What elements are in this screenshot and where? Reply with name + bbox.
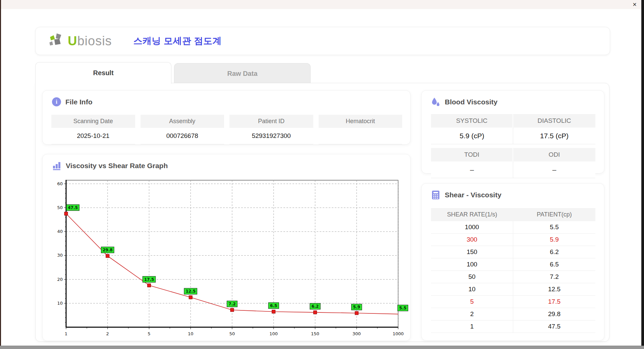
bar-chart-icon — [52, 161, 61, 170]
tab-result[interactable]: Result — [35, 62, 171, 84]
sv-patient-cell: 29.8 — [513, 308, 595, 320]
svg-text:17.5: 17.5 — [144, 277, 154, 282]
file-field-value: 000726678 — [141, 128, 224, 144]
sv-header-cell: PATIENT(cp) — [513, 208, 595, 221]
svg-text:29.8: 29.8 — [103, 248, 113, 252]
sv-patient-cell: 7.2 — [513, 271, 595, 283]
file-field-label: Scanning Date — [51, 115, 135, 128]
file-field-label: Patient ID — [229, 115, 313, 128]
graph-header: Viscosity vs Shear Rate Graph — [52, 161, 410, 170]
logo-text: Ubiosis — [68, 34, 112, 48]
svg-text:150: 150 — [311, 331, 319, 336]
svg-text:7.2: 7.2 — [228, 302, 235, 306]
info-icon: i — [52, 97, 61, 106]
file-info-fields: Scanning Date2025-10-21Assembly000726678… — [51, 115, 402, 144]
header-card: Ubiosis 스캐닝 모세관 점도계 — [35, 27, 610, 55]
svg-text:2: 2 — [106, 331, 109, 336]
svg-text:1000: 1000 — [392, 331, 404, 336]
water-drops-icon — [431, 97, 440, 107]
sv-rate-cell: 10 — [431, 283, 513, 296]
bv-header-row: SYSTOLICDIASTOLIC — [431, 114, 595, 128]
svg-text:5: 5 — [148, 331, 150, 336]
svg-text:40: 40 — [57, 229, 63, 234]
logo-leaf-icon — [48, 32, 66, 50]
svg-text:50: 50 — [57, 205, 63, 210]
file-field-value — [319, 128, 402, 144]
bv-header-cell: SYSTOLIC — [431, 114, 513, 128]
svg-text:6.2: 6.2 — [312, 304, 319, 309]
svg-text:47.5: 47.5 — [68, 205, 78, 210]
sv-header-row: SHEAR RATE(1/s)PATIENT(cp) — [431, 208, 595, 221]
bv-value-row: 5.9 (cP)17.5 (cP) — [431, 128, 595, 144]
bv-value-cell: – — [513, 161, 595, 178]
bv-header-cell: TODI — [431, 148, 513, 161]
svg-text:1: 1 — [65, 331, 67, 336]
sv-patient-cell: 5.9 — [513, 234, 595, 246]
svg-text:12.5: 12.5 — [185, 289, 196, 294]
sv-rate-cell: 300 — [431, 234, 513, 246]
shear-viscosity-title: Shear - Viscosity — [445, 191, 501, 199]
file-field-label: Hematocrit — [319, 115, 402, 128]
close-icon[interactable]: × — [633, 1, 637, 8]
bv-value-cell: 5.9 (cP) — [431, 128, 513, 144]
sv-rate-cell: 100 — [431, 258, 513, 271]
bv-value-cell: 17.5 (cP) — [513, 128, 595, 144]
tab-raw-data[interactable]: Raw Data — [174, 63, 311, 83]
sv-data-row: 1506.2 — [431, 246, 595, 258]
calculator-icon — [431, 190, 440, 200]
sv-data-row: 1006.5 — [431, 258, 595, 271]
graph-card: Viscosity vs Shear Rate Graph 1020304050… — [42, 154, 411, 341]
file-info-title: File Info — [65, 98, 93, 106]
sv-rate-cell: 5 — [431, 296, 513, 308]
blood-viscosity-header: Blood Viscosity — [431, 97, 604, 107]
svg-text:100: 100 — [269, 331, 278, 336]
sv-data-row: 517.5 — [431, 296, 595, 308]
window-edge-left — [0, 0, 1, 347]
content-panel: i File Info Scanning Date2025-10-21Assem… — [35, 83, 609, 342]
bv-header-cell: DIASTOLIC — [513, 114, 595, 128]
svg-text:10: 10 — [188, 331, 194, 336]
viscosity-chart: 1020304050601251050100150300100047.529.8… — [45, 174, 408, 340]
file-field: Hematocrit — [319, 115, 402, 144]
sv-data-row: 3005.9 — [431, 234, 595, 246]
sv-patient-cell: 17.5 — [513, 296, 595, 308]
sv-patient-cell: 5.5 — [513, 221, 595, 234]
blood-viscosity-table: SYSTOLICDIASTOLIC5.9 (cP)17.5 (cP)TODIOD… — [431, 114, 595, 182]
svg-text:20: 20 — [57, 277, 63, 282]
file-field: Scanning Date2025-10-21 — [51, 115, 135, 144]
svg-text:30: 30 — [57, 253, 63, 258]
sv-rate-cell: 50 — [431, 271, 513, 283]
file-field: Assembly000726678 — [141, 115, 224, 144]
sv-data-row: 147.5 — [431, 320, 595, 333]
svg-text:6.5: 6.5 — [270, 303, 277, 308]
sv-data-row: 10005.5 — [431, 221, 595, 234]
file-field-value: 2025-10-21 — [51, 128, 135, 144]
sv-patient-cell: 47.5 — [513, 320, 595, 333]
sv-header-cell: SHEAR RATE(1/s) — [431, 208, 513, 221]
titlebar: × — [1, 0, 641, 9]
sv-patient-cell: 12.5 — [513, 283, 595, 296]
bv-header-row: TODIODI — [431, 148, 595, 161]
shear-viscosity-header: Shear - Viscosity — [431, 190, 604, 200]
bv-value-row: –– — [431, 161, 595, 178]
shear-viscosity-table: SHEAR RATE(1/s)PATIENT(cp)10005.53005.91… — [431, 208, 595, 333]
file-field-value: 52931927300 — [229, 128, 313, 144]
svg-text:10: 10 — [57, 301, 63, 306]
svg-text:5.5: 5.5 — [399, 306, 406, 310]
svg-text:50: 50 — [229, 331, 235, 336]
sv-rate-cell: 150 — [431, 246, 513, 258]
sv-data-row: 1012.5 — [431, 283, 595, 296]
viscosity-chart-svg: 1020304050601251050100150300100047.529.8… — [45, 174, 408, 338]
window-edge-right — [641, 0, 644, 349]
blood-viscosity-block: TODIODI–– — [431, 148, 595, 178]
page-title: 스캐닝 모세관 점도계 — [133, 35, 222, 47]
sv-data-row: 229.8 — [431, 308, 595, 320]
sv-rate-cell: 1000 — [431, 221, 513, 234]
sv-data-row: 507.2 — [431, 271, 595, 283]
blood-viscosity-title: Blood Viscosity — [445, 98, 497, 106]
sv-patient-cell: 6.5 — [513, 258, 595, 271]
window-edge-bottom — [0, 346, 644, 349]
sv-patient-cell: 6.2 — [513, 246, 595, 258]
bv-header-cell: ODI — [513, 148, 595, 161]
file-info-header: i File Info — [52, 97, 410, 106]
